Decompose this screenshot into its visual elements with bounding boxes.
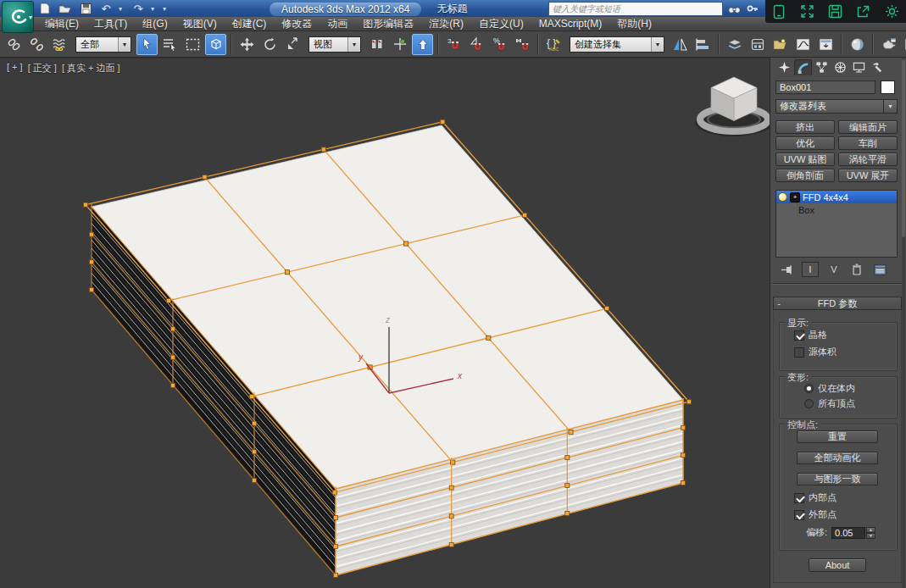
- menu-group[interactable]: 组(G): [135, 17, 175, 31]
- render-setup-button[interactable]: [878, 34, 899, 55]
- snaps-toggle-button[interactable]: 3: [443, 34, 464, 55]
- selection-filter-dropdown[interactable]: 全部 ▾: [75, 36, 131, 53]
- tab-utilities[interactable]: [869, 59, 887, 75]
- bind-to-space-warp-button[interactable]: [49, 34, 70, 55]
- search-input[interactable]: [548, 2, 723, 16]
- offset-spinner-down-icon[interactable]: ▼: [866, 533, 875, 539]
- viewport-menu-shading[interactable]: [ 真实 + 边面 ]: [62, 62, 120, 75]
- about-button[interactable]: About: [809, 558, 866, 572]
- menu-graph-editors[interactable]: 图形编辑器: [355, 17, 421, 31]
- open-file-button[interactable]: [58, 2, 73, 15]
- optimize-button[interactable]: 优化: [775, 136, 835, 150]
- viewport-canvas[interactable]: z x y: [0, 58, 770, 588]
- redo-dropdown-caret[interactable]: ▾: [151, 5, 158, 13]
- undo-dropdown-caret[interactable]: ▾: [119, 5, 125, 13]
- animate-all-button[interactable]: 全部动画化: [797, 452, 878, 464]
- panel-scrollbar[interactable]: [902, 58, 905, 588]
- scene-explorer-button[interactable]: [770, 34, 791, 55]
- graphite-ribbon-toggle-button[interactable]: [747, 34, 768, 55]
- select-object-button[interactable]: [136, 34, 158, 55]
- select-and-move-button[interactable]: [236, 34, 258, 55]
- uvw-map-button[interactable]: UVW 贴图: [775, 153, 835, 166]
- select-by-name-button[interactable]: [159, 34, 181, 55]
- source-volume-checkbox[interactable]: [794, 347, 804, 358]
- named-selection-set-caret-icon[interactable]: ▾: [651, 37, 664, 52]
- save-file-button[interactable]: [78, 2, 93, 15]
- named-selection-set-dropdown[interactable]: 创建选择集 ▾: [570, 36, 664, 53]
- reference-coordinate-dropdown[interactable]: 视图 ▾: [308, 36, 361, 53]
- rendered-frame-window-button[interactable]: [901, 34, 906, 55]
- percent-snap-toggle-button[interactable]: %: [489, 34, 510, 55]
- save-capture-icon[interactable]: [828, 4, 842, 19]
- undo-button[interactable]: ↶: [98, 2, 114, 15]
- bevel-profile-button[interactable]: 倒角剖面: [775, 169, 835, 182]
- menu-views[interactable]: 视图(V): [175, 17, 225, 31]
- material-editor-button[interactable]: [847, 34, 868, 55]
- menu-create[interactable]: 创建(C): [225, 17, 275, 31]
- box-object[interactable]: [92, 125, 683, 575]
- keyboard-shortcut-override-button[interactable]: [412, 34, 433, 55]
- tab-display[interactable]: [850, 59, 868, 75]
- tab-create[interactable]: [775, 59, 793, 75]
- unwrap-uvw-button[interactable]: UVW 展开: [838, 169, 898, 182]
- application-menu-button[interactable]: ▾: [2, 1, 34, 33]
- make-unique-button[interactable]: V: [826, 263, 842, 276]
- reference-coordinate-caret-icon[interactable]: ▾: [347, 37, 360, 52]
- modifier-list-dropdown[interactable]: 修改器列表 ▾: [775, 99, 898, 114]
- share-icon[interactable]: [856, 4, 870, 19]
- remove-modifier-button[interactable]: [849, 263, 864, 276]
- spinner-snap-toggle-button[interactable]: [512, 34, 533, 55]
- outside-points-checkbox[interactable]: [794, 510, 804, 520]
- modifier-enabled-bulb-icon[interactable]: [778, 192, 787, 202]
- object-name-field[interactable]: [775, 80, 875, 94]
- use-pivot-point-center-button[interactable]: [366, 34, 387, 55]
- select-and-link-button[interactable]: [3, 34, 25, 55]
- reset-button[interactable]: 重置: [797, 430, 878, 443]
- viewport-menu-pov[interactable]: [ 正交 ]: [28, 62, 57, 75]
- offset-value[interactable]: 0.05: [831, 527, 865, 539]
- align-button[interactable]: [692, 34, 714, 55]
- schematic-view-button[interactable]: [815, 34, 837, 55]
- menu-edit[interactable]: 编辑(E): [37, 17, 86, 31]
- layer-manager-button[interactable]: [724, 34, 745, 55]
- communication-center-key-icon[interactable]: [745, 3, 760, 16]
- viewcube[interactable]: [695, 77, 773, 136]
- menu-maxscript[interactable]: MAXScript(M): [531, 17, 610, 31]
- tab-hierarchy[interactable]: [813, 59, 831, 75]
- modifier-list-caret-icon[interactable]: ▾: [883, 100, 897, 113]
- settings-gear-icon[interactable]: [885, 4, 899, 19]
- device-icon[interactable]: [772, 4, 786, 19]
- conform-to-shape-button[interactable]: 与图形一致: [797, 473, 878, 485]
- curve-editor-button[interactable]: [792, 34, 814, 55]
- stack-item-ffd[interactable]: + FFD 4x4x4: [776, 191, 897, 203]
- window-crossing-toggle-button[interactable]: [205, 34, 226, 55]
- all-vertices-radio[interactable]: [804, 399, 814, 408]
- menu-modifiers[interactable]: 修改器: [274, 17, 320, 31]
- select-and-rotate-button[interactable]: [259, 34, 281, 55]
- show-end-result-button[interactable]: I: [802, 262, 819, 277]
- stack-item-box[interactable]: Box: [776, 203, 897, 216]
- lathe-button[interactable]: 车削: [838, 136, 898, 150]
- turbosmooth-button[interactable]: 涡轮平滑: [838, 153, 898, 166]
- tab-modify[interactable]: [794, 59, 812, 75]
- fullscreen-icon[interactable]: [800, 4, 814, 19]
- redo-button[interactable]: ↷: [131, 2, 146, 15]
- panel-scrollbar-thumb[interactable]: [902, 59, 905, 237]
- search-binoculars-icon[interactable]: [726, 3, 742, 16]
- select-and-manipulate-button[interactable]: [389, 34, 410, 55]
- viewport-menu-general[interactable]: [ + ]: [7, 62, 23, 75]
- new-scene-button[interactable]: [37, 2, 53, 15]
- viewport[interactable]: [ + ] [ 正交 ] [ 真实 + 边面 ]: [0, 58, 770, 588]
- edit-named-selection-sets-button[interactable]: { }ABC: [543, 34, 564, 55]
- only-in-volume-radio[interactable]: [804, 384, 814, 393]
- offset-spinner-up-icon[interactable]: ▲: [866, 527, 875, 533]
- selection-filter-caret-icon[interactable]: ▾: [118, 37, 131, 52]
- object-color-swatch[interactable]: [881, 80, 895, 94]
- lattice-checkbox[interactable]: [794, 330, 804, 341]
- menu-customize[interactable]: 自定义(U): [471, 17, 531, 31]
- select-and-scale-button[interactable]: [282, 34, 303, 55]
- unlink-selection-button[interactable]: [26, 34, 47, 55]
- edit-patch-button[interactable]: 编辑面片: [838, 120, 898, 134]
- extrude-button[interactable]: 挤出: [775, 120, 835, 134]
- menu-help[interactable]: 帮助(H): [609, 17, 659, 31]
